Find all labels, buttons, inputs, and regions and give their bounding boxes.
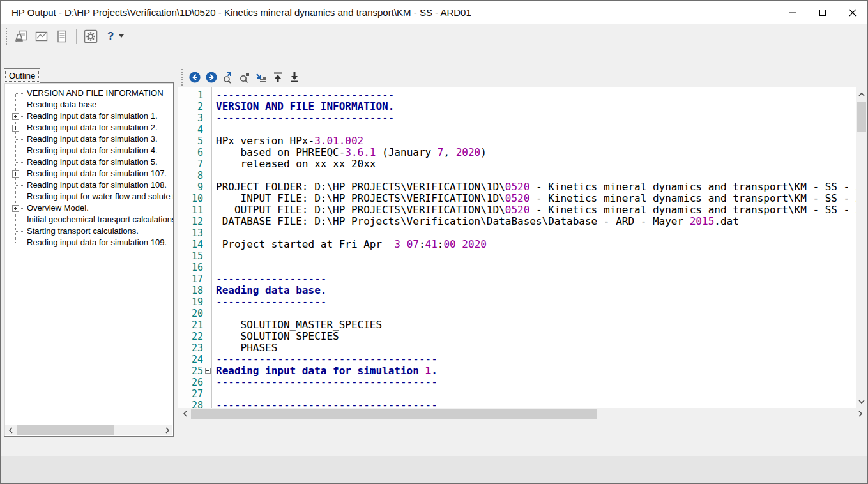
line-number: 1 — [178, 89, 211, 101]
input-file-icon — [14, 29, 28, 43]
code-line — [216, 227, 856, 239]
goto-line-icon — [255, 71, 268, 84]
code-line: released on xx xx 20xx — [216, 158, 856, 170]
outline-item[interactable]: Initial geochemical transport calculatio… — [9, 214, 173, 225]
code-line: ------------------------------------ — [216, 354, 856, 365]
settings-gear-icon — [83, 29, 98, 44]
line-number: 16 — [178, 262, 211, 273]
expand-plus-icon[interactable] — [12, 113, 19, 120]
scroll-left-button[interactable] — [179, 408, 190, 420]
jump-top-button[interactable] — [270, 70, 286, 85]
line-number: 23 — [178, 342, 211, 354]
outline-item-label: Reading input for water flow and solute … — [27, 192, 174, 201]
maximize-icon — [819, 9, 826, 17]
editor-hscroll-thumb[interactable] — [191, 409, 597, 419]
code-line: INPUT FILE: D:\HP PROJECTS\VERIFICATION\… — [216, 193, 856, 204]
editor-vscroll-thumb[interactable] — [857, 102, 866, 132]
outline-hscroll-thumb[interactable] — [17, 425, 114, 435]
line-number: 5 — [178, 135, 211, 147]
outline-item[interactable]: VERSION AND FILE INFORMATION — [9, 87, 173, 99]
line-number: 20 — [178, 308, 211, 319]
outline-item[interactable]: Reading input data for simulation 4. — [9, 145, 173, 156]
outline-item-label: VERSION AND FILE INFORMATION — [27, 88, 164, 98]
outline-hscrollbar[interactable] — [5, 425, 172, 435]
outline-item[interactable]: Reading input data for simulation 107. — [9, 168, 173, 179]
expand-plus-icon[interactable] — [12, 205, 19, 212]
close-button[interactable] — [837, 1, 867, 24]
viewer-toolbar-grip[interactable] — [181, 69, 184, 86]
line-number: 12 — [178, 216, 211, 227]
fold-collapse-icon[interactable] — [205, 368, 211, 374]
outline-item-label: Reading input data for simulation 3. — [27, 134, 158, 144]
outline-item[interactable]: Reading input data for simulation 2. — [9, 122, 173, 133]
code-line: ----------------------------- — [216, 112, 856, 124]
help-button[interactable]: ? — [107, 30, 114, 43]
scroll-down-button[interactable] — [856, 396, 867, 407]
outline-tree: VERSION AND FILE INFORMATION Reading dat… — [9, 87, 173, 248]
nav-back-button[interactable] — [187, 70, 203, 85]
jump-bottom-button[interactable] — [286, 70, 303, 85]
text-output-icon — [55, 29, 69, 43]
code-line: SOLUTION_MASTER_SPECIES — [216, 319, 856, 331]
text-output-button[interactable] — [53, 27, 71, 45]
code-line: OUTPUT FILE: D:\HP PROJECTS\VERIFICATION… — [216, 204, 856, 216]
goto-line-button[interactable] — [253, 70, 270, 85]
outline-item[interactable]: Reading input for water flow and solute … — [9, 191, 173, 202]
outline-item[interactable]: Reading input data for simulation 5. — [9, 156, 173, 168]
line-number: 15 — [178, 250, 211, 262]
search-down-button[interactable] — [220, 70, 236, 85]
search-icon — [238, 71, 251, 84]
outline-item[interactable]: Reading data base — [9, 99, 173, 110]
line-number: 24 — [178, 354, 211, 365]
titlebar: HP Output - D:\HP Projects\Verification\… — [1, 1, 867, 24]
line-number: 9 — [178, 181, 211, 193]
editor-content: -----------------------------VERSION AND… — [212, 87, 856, 408]
nav-back-icon — [188, 71, 201, 84]
outline-item[interactable]: Reading input data for simulation 3. — [9, 133, 173, 145]
editor-vscrollbar[interactable] — [856, 87, 867, 408]
chevron-left-icon — [8, 427, 13, 434]
editor-hscrollbar[interactable] — [178, 408, 867, 420]
outline-item[interactable]: Overview Model. — [9, 202, 173, 214]
minimize-button[interactable] — [777, 1, 807, 24]
search-down-icon — [222, 71, 234, 84]
outline-item[interactable]: Reading input data for simulation 1. — [9, 110, 173, 122]
nav-forward-button[interactable] — [203, 70, 220, 85]
viewer-toolbar — [178, 68, 344, 86]
outline-item-label: Reading input data for simulation 1. — [27, 111, 158, 121]
close-icon — [849, 9, 857, 17]
chevron-left-icon — [183, 411, 188, 417]
scroll-right-button[interactable] — [162, 425, 172, 435]
outline-panel: VERSION AND FILE INFORMATION Reading dat… — [4, 82, 174, 437]
maximize-button[interactable] — [807, 1, 837, 24]
outline-item[interactable]: Reading input data for simulation 109. — [9, 237, 173, 248]
jump-bottom-icon — [288, 71, 301, 84]
outline-item[interactable]: Reading input data for simulation 108. — [9, 179, 173, 191]
scroll-up-button[interactable] — [856, 89, 867, 100]
line-number: 18 — [178, 285, 211, 296]
scroll-right-button[interactable] — [855, 408, 865, 420]
scroll-left-button[interactable] — [5, 425, 16, 435]
toolbar-grip[interactable] — [5, 28, 8, 45]
app-window: HP Output - D:\HP Projects\Verification\… — [0, 0, 868, 484]
line-number: 10 — [178, 193, 211, 204]
code-line — [216, 250, 856, 262]
chart-view-button[interactable] — [33, 27, 50, 45]
expand-plus-icon[interactable] — [12, 170, 19, 178]
outline-item-label: Reading input data for simulation 4. — [27, 146, 158, 155]
line-number: 21 — [178, 319, 211, 331]
outline-item-label: Reading input data for simulation 108. — [27, 180, 167, 190]
code-line: SOLUTION_SPECIES — [216, 331, 856, 342]
chevron-up-icon — [858, 92, 865, 97]
help-dropdown-caret-icon[interactable] — [119, 34, 124, 38]
settings-button[interactable] — [82, 27, 100, 45]
line-number: 4 — [178, 124, 211, 135]
code-line: PROJECT FOLDER: D:\HP PROJECTS\VERIFICAT… — [216, 181, 856, 193]
input-file-button[interactable] — [12, 27, 30, 45]
search-button[interactable] — [236, 70, 253, 85]
expand-plus-icon[interactable] — [12, 125, 19, 132]
outline-item[interactable]: Starting transport calculations. — [9, 225, 173, 237]
tab-outline[interactable]: Outline — [4, 68, 40, 83]
code-line: Reading data base. — [216, 285, 856, 296]
main-toolbar: ? — [1, 24, 867, 48]
